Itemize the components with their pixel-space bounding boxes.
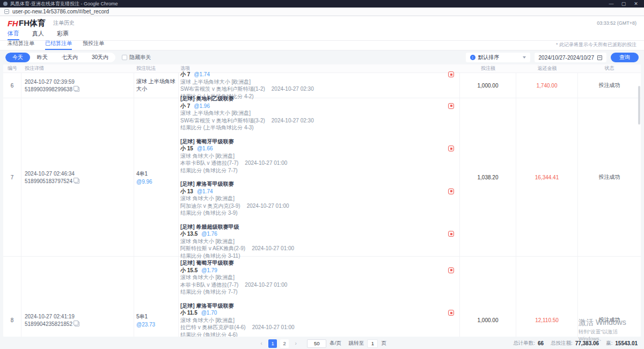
status-badge: 投注成功 (578, 73, 641, 98)
match-detail-icon[interactable] (448, 103, 454, 109)
bet-amount: 1,038.20 (460, 98, 516, 256)
column-header-4: 投注额 (460, 65, 516, 72)
scrollbar-thumb[interactable] (638, 86, 640, 125)
brand-logo-fh[interactable]: FH (8, 19, 18, 28)
column-header-1: 投注详情 (21, 65, 134, 72)
date-range-segmented: 今天昨天七天内30天内 (5, 53, 115, 62)
match-detail-icon[interactable] (448, 267, 454, 273)
date-range-input[interactable]: 2024/10/27-2024/10/27 (535, 53, 606, 62)
win-label: 赢: (606, 340, 612, 347)
sort-dropdown[interactable]: ↕ 默认排序 (466, 53, 530, 62)
bet-leg: [足球] 奥地利乙级联赛小 7@1.96滚球 上半场角球大小 [欧洲盘]SW布雷… (180, 96, 454, 131)
status-badge: 投注成功 (578, 98, 641, 256)
pick-selection: 小 13.5 (180, 231, 197, 237)
pick-odds: @1.96 (194, 103, 210, 110)
hide-parlay-group[interactable]: 隐藏串关 (122, 54, 151, 61)
browser-title: 凤凰体育-亚洲在线体育竞猜投注 - Google Chrome (10, 1, 118, 8)
bet-id: 5189904235821852 (25, 321, 72, 327)
page-button-1[interactable]: 1 (268, 339, 277, 348)
bet-leg: [足球] 希腊超级联赛甲级小 13.5@1.76滚球 角球大小 [欧洲盘]阿斯特… (180, 224, 454, 259)
prev-page-button[interactable]: ‹ (258, 340, 265, 346)
close-button[interactable]: ✕ (631, 0, 641, 8)
range-filter-2[interactable]: 七天内 (55, 53, 85, 62)
selections-cell: 小 7@1.74滚球 上半场角球大小 [欧洲盘]SW布雷根茨 v 奥地利卢斯特瑙… (179, 73, 460, 98)
market-name: 滚球 角球大小 [欧洲盘] (180, 317, 454, 324)
play-total-odds: @9.96 (136, 179, 178, 185)
tab-2[interactable]: 彩票 (57, 30, 69, 40)
jump-page-input[interactable] (367, 339, 378, 348)
pick-selection: 小 15 (180, 146, 193, 152)
calendar-icon[interactable] (597, 55, 602, 60)
match-teams: SW布雷根茨 v 奥地利卢斯特瑙(3-2) (180, 118, 265, 123)
refund-amount: 16,344.41 (516, 98, 578, 256)
hide-parlay-checkbox[interactable] (122, 55, 127, 60)
minimize-button[interactable]: — (606, 0, 616, 8)
pick-selection: 小 7 (180, 71, 190, 78)
subtab-2[interactable]: 预投注单 (83, 40, 104, 50)
subtab-0[interactable]: 未结算注单 (8, 40, 34, 50)
range-filter-0[interactable]: 今天 (5, 53, 30, 62)
status-badge: 投注成功 (578, 257, 641, 337)
match-detail-icon[interactable] (448, 146, 454, 151)
bet-leg: [足球] 摩洛哥甲级联赛小 11.5@1.70滚球 角球大小 [欧洲盘]拉巴特 … (180, 303, 454, 337)
match-teams: 本菲卡B队 v 通德拉(7-7) (180, 160, 238, 166)
selections-cell: [足球] 奥地利乙级联赛小 7@1.96滚球 上半场角球大小 [欧洲盘]SW布雷… (179, 98, 460, 256)
chevron-down-icon (523, 56, 526, 59)
copy-icon[interactable] (75, 179, 79, 184)
jump-label: 跳转至 (349, 340, 364, 347)
match-line: SW布雷根茨 v 奥地利卢斯特瑙(3-2)2024-10-27 02:30 (180, 118, 454, 124)
filter-bar: 今天昨天七天内30天内 隐藏串关 ↕ 默认排序 2024/10/27-2024/… (0, 50, 644, 64)
page-button-2[interactable]: 2 (280, 339, 289, 348)
league-name: [足球] 奥地利乙级联赛 (180, 96, 454, 102)
site-info-icon[interactable] (4, 9, 9, 14)
bet-detail-cell: 2024-10-27 02:46:345189905183797524 (21, 98, 134, 256)
brand-logo-text[interactable]: FH体育 (19, 18, 46, 28)
copy-icon[interactable] (75, 87, 79, 92)
table-row: 82024-10-27 02:41:1951899042358218525串1@… (3, 257, 641, 337)
page-unit-label: 页 (381, 340, 386, 347)
range-filter-3[interactable]: 30天内 (85, 53, 115, 62)
market-name: 滚球 上半场角球大小 [欧洲盘] (180, 79, 454, 85)
match-teams: SW布雷根茨 v 奥地利卢斯特瑙(1-2) (180, 86, 265, 92)
match-line: SW布雷根茨 v 奥地利卢斯特瑙(1-2)2024-10-27 02:30 (180, 86, 454, 92)
match-detail-icon[interactable] (448, 71, 454, 77)
market-name: 滚球 角球大小 [欧洲盘] (180, 153, 454, 159)
address-bar[interactable]: user-pc-new.14r53786.com/#/bet_record (0, 8, 644, 16)
match-line: 本菲卡B队 v 通德拉(7-7)2024-10-27 01:00 (180, 160, 454, 166)
page-title: 注单历史 (53, 19, 75, 27)
app-header: FH FH体育 注单历史 03:33:52 (GMT+8) (0, 16, 644, 30)
play-type-name: 滚球 上半场角球大小 (136, 78, 178, 93)
pick-selection: 小 13 (180, 188, 193, 195)
tab-1[interactable]: 真人 (32, 30, 44, 40)
maximize-button[interactable]: ▢ (619, 0, 628, 8)
league-name: [足球] 希腊超级联赛甲级 (180, 224, 454, 230)
sort-selected-label: 默认排序 (478, 54, 500, 61)
match-detail-icon[interactable] (448, 310, 454, 316)
match-detail-icon[interactable] (448, 231, 454, 237)
copy-icon[interactable] (75, 322, 79, 326)
search-button[interactable]: 查询 (611, 53, 639, 62)
total-count-label: 总计单数: (513, 340, 535, 347)
result-score: 结果比分 (角球比分 4-6) (180, 332, 454, 337)
subtab-1[interactable]: 已结算注单 (45, 40, 72, 50)
match-detail-icon[interactable] (448, 188, 454, 194)
range-filter-1[interactable]: 昨天 (30, 53, 55, 62)
pagination: ‹12› 条/页 跳转至 页 (258, 339, 386, 348)
match-teams: 本菲卡B队 v 通德拉(7-7) (180, 282, 238, 288)
next-page-button[interactable]: › (292, 340, 299, 346)
bet-detail-cell: 2024-10-27 02:39:595189903998299638 (21, 73, 134, 98)
pick-selection: 小 7 (180, 103, 190, 110)
pick-line: 小 13@1.74 (180, 188, 454, 195)
tab-0[interactable]: 体育 (8, 30, 19, 40)
browser-favicon (3, 2, 8, 6)
page-size-input[interactable] (307, 339, 326, 348)
refund-amount: 12,110.50 (516, 257, 578, 337)
result-score: 结果比分 (角球比分 3-9) (180, 210, 454, 216)
bet-detail-cell: 2024-10-27 02:41:195189904235821852 (21, 257, 134, 337)
match-time: 2024-10-27 01:00 (252, 324, 295, 330)
match-time: 2024-10-27 01:00 (247, 203, 289, 209)
column-header-5: 返还金额 (516, 65, 578, 72)
sort-icon: ↕ (470, 55, 475, 60)
url-text[interactable]: user-pc-new.14r53786.com/#/bet_record (12, 9, 109, 14)
row-number: 6 (3, 73, 21, 98)
